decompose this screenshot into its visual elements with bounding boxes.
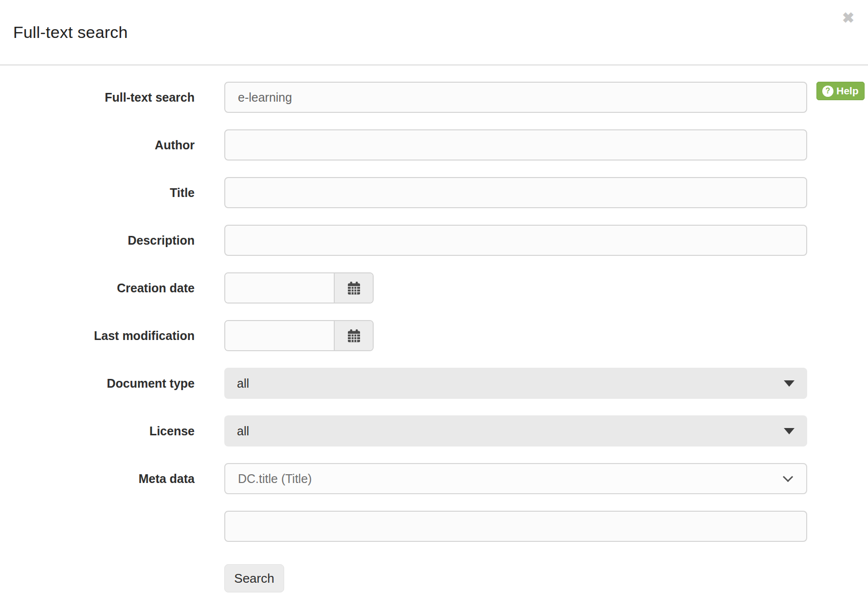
meta-data-field: DC.title (Title)	[224, 463, 807, 494]
search-button[interactable]: Search	[224, 564, 284, 592]
row-fulltext: Full-text search ? Help	[0, 82, 868, 113]
row-title: Title	[0, 177, 868, 208]
document-type-field: all	[224, 368, 807, 399]
close-icon[interactable]: ✖	[842, 11, 854, 25]
calendar-icon	[347, 281, 361, 295]
last-modification-input[interactable]	[225, 321, 334, 350]
last-modification-picker-button[interactable]	[334, 321, 373, 350]
help-button[interactable]: ? Help	[816, 82, 865, 100]
modal-header: Full-text search ✖	[0, 0, 868, 66]
author-input[interactable]	[224, 129, 807, 161]
question-circle-icon: ?	[822, 86, 833, 97]
description-label: Description	[0, 233, 195, 248]
license-field: all	[224, 415, 807, 447]
fulltext-search-modal: Full-text search ✖ Full-text search ? He…	[0, 0, 868, 608]
last-modification-group	[224, 320, 374, 351]
creation-date-label: Creation date	[0, 281, 195, 295]
calendar-icon	[347, 329, 361, 343]
meta-data-select[interactable]: DC.title (Title)	[224, 463, 807, 494]
fulltext-label: Full-text search	[0, 90, 195, 105]
document-type-value: all	[237, 376, 249, 391]
row-search: Search	[0, 564, 868, 592]
title-label: Title	[0, 186, 195, 200]
creation-date-picker-button[interactable]	[334, 273, 373, 303]
row-license: License all	[0, 415, 868, 447]
fulltext-input[interactable]	[224, 82, 807, 113]
row-meta-data: Meta data DC.title (Title)	[0, 463, 868, 494]
row-last-modification: Last modification	[0, 320, 868, 351]
creation-date-input[interactable]	[225, 273, 334, 303]
description-input[interactable]	[224, 225, 807, 256]
author-field	[224, 129, 807, 161]
modal-title: Full-text search	[13, 23, 128, 42]
creation-date-group	[224, 272, 374, 304]
meta-data-select-wrap: DC.title (Title)	[224, 463, 807, 494]
license-label: License	[0, 424, 195, 438]
caret-down-icon	[784, 380, 795, 387]
meta-data-label: Meta data	[0, 472, 195, 486]
title-field	[224, 177, 807, 208]
description-field	[224, 225, 807, 256]
row-author: Author	[0, 129, 868, 161]
meta-data-value-field	[224, 511, 807, 542]
author-label: Author	[0, 138, 195, 152]
search-spacer	[0, 564, 224, 592]
meta-data-value-input[interactable]	[224, 511, 807, 542]
row-meta-data-value	[0, 511, 868, 542]
help-button-label: Help	[836, 85, 859, 97]
caret-down-icon	[784, 428, 795, 434]
row-description: Description	[0, 225, 868, 256]
row-document-type: Document type all	[0, 368, 868, 399]
document-type-label: Document type	[0, 376, 195, 391]
fulltext-field: ? Help	[224, 82, 807, 113]
last-modification-label: Last modification	[0, 329, 195, 343]
title-input[interactable]	[224, 177, 807, 208]
document-type-dropdown[interactable]: all	[224, 368, 807, 399]
license-value: all	[237, 424, 249, 438]
creation-date-field	[224, 272, 807, 304]
modal-body: Full-text search ? Help Author Title	[0, 66, 868, 592]
last-modification-field	[224, 320, 807, 351]
license-dropdown[interactable]: all	[224, 415, 807, 447]
row-creation-date: Creation date	[0, 272, 868, 304]
